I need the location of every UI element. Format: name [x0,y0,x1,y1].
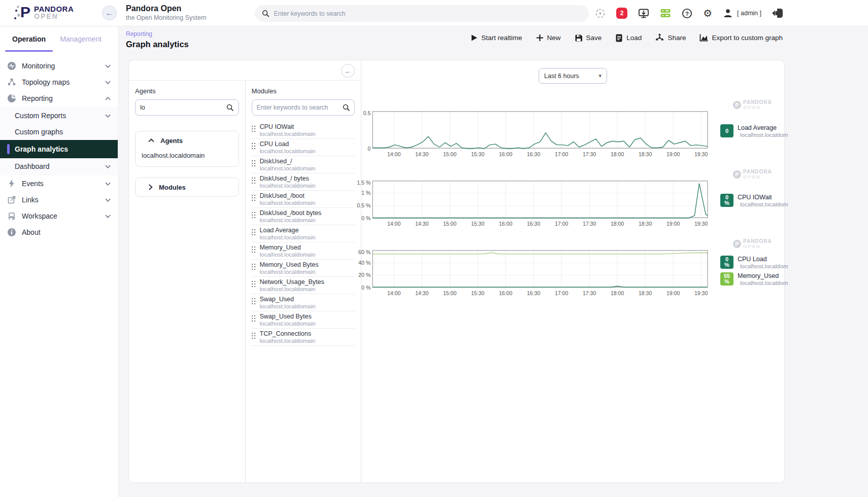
chevron-up-icon [105,97,111,100]
sidebar-item-dashboard[interactable]: Dashboard [0,158,118,174]
save-button[interactable]: Save [575,33,602,42]
module-item[interactable]: CPU IOWaitlocalhost.localdomain [252,122,355,139]
sidebar-item-graph-analytics[interactable]: Graph analytics [0,140,118,158]
svg-text:17:00: 17:00 [555,221,568,227]
back-button[interactable]: ← [102,6,117,20]
modules-column: Modules CPU IOWaitlocalhost.localdomainC… [245,81,361,482]
servers-icon[interactable] [660,8,671,18]
user-avatar-icon[interactable] [723,8,733,18]
export-to-custom-graph-button[interactable]: Export to custom graph [699,33,783,42]
module-item[interactable]: Swap_Usedlocalhost.localdomain [252,294,355,311]
global-search-input[interactable] [274,10,582,17]
module-name: Memory_Used [260,244,316,251]
legend-agent: localhost.localdom [740,263,788,269]
module-item[interactable]: DiskUsed_/ byteslocalhost.localdomain [252,173,355,191]
modules-search-input[interactable] [257,104,340,111]
start-realtime-button[interactable]: Start realtime [471,33,522,42]
drag-handle-icon[interactable] [252,315,256,327]
module-item[interactable]: TCP_Connectionslocalhost.localdomain [252,329,355,346]
legend-label: CPU IOWait [738,194,788,201]
notifications-badge[interactable]: 2 [616,8,627,19]
drag-handle-icon[interactable] [252,195,256,206]
module-item[interactable]: DiskUsed_/boot byteslocalhost.localdomai… [252,208,355,225]
tab-operation[interactable]: Operation [5,26,53,52]
drag-handle-icon[interactable] [252,246,256,258]
sidebar-item-custom-reports[interactable]: Custom Reports [0,108,118,124]
sidebar-item-topology-maps[interactable]: Topology maps [0,74,118,90]
svg-text:17:00: 17:00 [555,290,568,296]
module-item[interactable]: Swap_Used Byteslocalhost.localdomain [252,311,355,329]
sidebar-item-workspace[interactable]: Workspace [0,208,118,224]
sidebar-item-links[interactable]: Links [0,192,118,208]
chart-plot[interactable]: 0.5014:0014:3015:0015:3016:0016:3017:001… [357,111,712,160]
agents-accordion-header[interactable]: Agents [136,131,239,150]
drag-handle-icon[interactable] [252,264,256,275]
module-item[interactable]: DiskUsed_/bootlocalhost.localdomain [252,191,355,208]
sidebar-item-monitoring[interactable]: Monitoring [0,58,118,74]
new-button[interactable]: New [536,33,561,42]
events-icon [7,179,16,188]
legend-entry: 0%CPU Loadlocalhost.localdom [720,256,788,269]
settings-gear-icon[interactable]: ⚙ [703,8,712,18]
collapse-panel-button[interactable]: ← [341,64,355,78]
module-agent: localhost.localdomain [260,217,322,223]
load-button[interactable]: Load [615,33,642,42]
chart-plot[interactable]: 60 %40 %20 %0 %14:0014:3015:0015:3016:00… [357,250,712,299]
sidebar-item-reporting[interactable]: Reporting [0,90,118,106]
downloads-icon[interactable] [638,8,649,19]
module-item[interactable]: Network_Usage_Byteslocalhost.localdomain [252,277,355,294]
chart-plot[interactable]: 1.5 %1 %0.5 %0 %14:0014:3015:0015:3016:0… [357,181,712,229]
drag-handle-icon[interactable] [252,298,256,309]
sidebar-item-custom-graphs[interactable]: Custom graphs [0,124,118,140]
module-agent: localhost.localdomain [260,286,324,292]
agents-column-title: Agents [135,87,239,95]
drag-handle-icon[interactable] [252,178,256,189]
toolbar: Start realtimeNewSaveLoadShareExport to … [471,33,783,42]
module-item[interactable]: CPU Loadlocalhost.localdomain [252,139,355,156]
global-search[interactable] [255,5,589,22]
pandora-watermark-icon: P [733,170,741,179]
agent-item[interactable]: localhost.localdomain [136,150,239,166]
legend-agent: localhost.localdom [740,132,788,138]
breadcrumb-section[interactable]: Reporting [126,30,189,38]
module-item[interactable]: DiskUsed_/localhost.localdomain [252,156,355,173]
pandora-logo[interactable]: P PANDORA OPEN [20,4,74,21]
svg-text:15:00: 15:00 [443,151,456,157]
sidebar-item-about[interactable]: About [0,224,118,240]
module-name: DiskUsed_/boot [260,193,316,199]
app-title: Pandora Open [126,4,206,13]
drag-handle-icon[interactable] [252,212,256,223]
drag-handle-icon[interactable] [252,160,256,171]
module-item[interactable]: Memory_Used Byteslocalhost.localdomain [252,260,355,277]
svg-text:15:00: 15:00 [443,290,456,296]
autorefresh-icon[interactable] [595,8,606,19]
svg-text:18:00: 18:00 [611,151,624,157]
module-item[interactable]: Load Averagelocalhost.localdomain [252,225,355,242]
agents-search[interactable] [135,99,239,116]
logout-icon[interactable] [772,8,784,19]
svg-text:0: 0 [368,146,371,152]
help-icon[interactable]: ? [682,8,692,19]
module-agent: localhost.localdomain [260,303,316,309]
svg-text:18:30: 18:30 [639,151,652,157]
save-icon [575,34,583,42]
share-button[interactable]: Share [655,33,686,42]
legend-agent: localhost.localdom [740,201,788,207]
drag-handle-icon[interactable] [252,333,256,344]
svg-text:17:30: 17:30 [583,221,596,227]
monitoring-icon [7,61,16,70]
sidebar-item-events[interactable]: Events [0,175,118,192]
agents-search-input[interactable] [140,104,223,111]
time-range-select[interactable]: Last 6 hours ▾ [539,68,607,84]
load-icon [615,34,623,42]
drag-handle-icon[interactable] [252,281,256,292]
drag-handle-icon[interactable] [252,229,256,240]
chart-block-1: 0.5014:0014:3015:0015:3016:0016:3017:001… [357,111,788,163]
modules-accordion-header[interactable]: Modules [136,178,239,196]
tab-management[interactable]: Management [53,26,109,52]
drag-handle-icon[interactable] [252,143,256,154]
legend-entry: 0%CPU IOWaitlocalhost.localdom [720,194,788,207]
drag-handle-icon[interactable] [252,126,256,137]
module-item[interactable]: Memory_Usedlocalhost.localdomain [252,242,355,260]
modules-search[interactable] [252,99,355,116]
